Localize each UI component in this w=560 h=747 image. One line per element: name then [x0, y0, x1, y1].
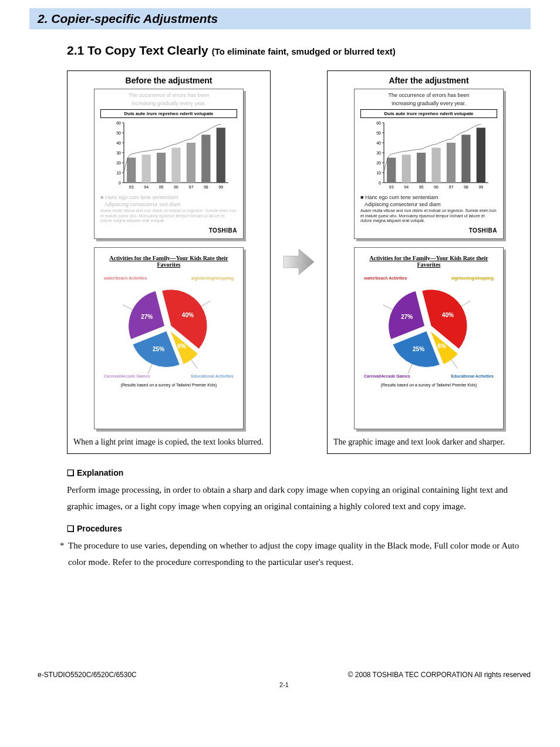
sample-legend1: ■ Hanc ego cum tene sententiam: [100, 194, 237, 200]
sample-legend1: ■ Hanc ego cum tene sententiam: [360, 194, 497, 200]
sample-box: Duis aute irure repreheo nderit volupate: [360, 109, 497, 118]
svg-rect-65: [461, 134, 470, 183]
svg-text:0: 0: [379, 181, 381, 185]
before-panel: Before the adjustment The occurrence of …: [67, 70, 271, 454]
svg-text:20: 20: [116, 161, 121, 165]
svg-rect-22: [171, 147, 180, 183]
svg-rect-59: [416, 153, 425, 183]
svg-text:10: 10: [116, 171, 121, 175]
svg-text:96: 96: [434, 185, 438, 189]
svg-text:10: 10: [376, 171, 381, 175]
svg-text:97: 97: [188, 185, 193, 189]
footer-model: e-STUDIO5520C/6520C/6530C: [38, 671, 137, 679]
page-footer: e-STUDIO5520C/6520C/6530C © 2008 TOSHIBA…: [0, 671, 560, 688]
procedures-note-text: The procedure to use varies, depending o…: [68, 538, 531, 571]
svg-text:30: 30: [376, 151, 381, 155]
arrow-icon: [281, 70, 316, 454]
pie-label-edu: Educational Activities: [451, 374, 494, 378]
svg-rect-67: [476, 127, 485, 183]
sample-intro-2: increasing gradually every year.: [100, 101, 237, 107]
before-sample-2: Activities for the Family—Your Kids Rate…: [94, 247, 244, 429]
svg-text:99: 99: [218, 185, 223, 189]
sample-brand: TOSHIBA: [360, 227, 497, 234]
sample-intro-1: The occurrence of errors has been: [100, 93, 237, 99]
sample-intro-2: increasing gradually every year.: [360, 101, 497, 107]
svg-rect-18: [141, 154, 150, 183]
pie-label-water: water/beach Activities: [104, 276, 147, 280]
pie-title: Activities for the Family—Your Kids Rate…: [100, 255, 237, 268]
svg-text:25%: 25%: [153, 346, 164, 352]
svg-line-74: [408, 364, 412, 374]
svg-text:40%: 40%: [182, 312, 194, 318]
section-title-main: 2.1 To Copy Text Clearly: [67, 43, 212, 57]
svg-text:95: 95: [419, 185, 423, 189]
pie-title: Activities for the Family—Your Kids Rate…: [360, 255, 497, 268]
bar-chart-after: 010203040506093949596979899: [367, 120, 491, 191]
pie-label-water: water/beach Activities: [364, 276, 407, 280]
pie-label-sight: sightseeing/shopping: [451, 276, 494, 280]
pie-label-carn: Carnival/Arcade Games: [104, 374, 150, 378]
svg-text:40%: 40%: [442, 312, 454, 318]
sample-para: Auam multa vitiose and non distriv et in…: [100, 208, 237, 224]
svg-rect-57: [402, 154, 410, 183]
chapter-title: 2. Copier-specific Adjustments: [38, 12, 525, 26]
svg-text:27%: 27%: [401, 314, 413, 320]
svg-text:25%: 25%: [413, 346, 424, 352]
pie-label-sight: sightseeing/shopping: [191, 276, 234, 280]
svg-rect-55: [387, 157, 396, 183]
svg-text:97: 97: [448, 185, 453, 189]
before-after-comparison: Before the adjustment The occurrence of …: [67, 70, 531, 454]
svg-text:8%: 8%: [177, 343, 186, 349]
after-caption: The graphic image and text look darker a…: [333, 438, 524, 447]
svg-text:94: 94: [404, 185, 409, 189]
svg-rect-28: [216, 127, 225, 183]
svg-rect-63: [446, 143, 455, 183]
svg-line-76: [383, 305, 392, 309]
pie-chart-after: 40%8%25%27%: [360, 274, 495, 379]
footer-copyright: © 2008 TOSHIBA TEC CORPORATION All right…: [348, 671, 531, 679]
bar-chart-before: 010203040506093949596979899: [107, 120, 231, 191]
after-label: After the adjustment: [333, 76, 524, 85]
chapter-header: 2. Copier-specific Adjustments: [29, 8, 531, 29]
svg-text:96: 96: [174, 185, 178, 189]
sample-para: Auam multa vitiose and non distriv et in…: [360, 208, 497, 224]
svg-text:30: 30: [116, 151, 121, 155]
svg-text:99: 99: [478, 185, 483, 189]
svg-text:93: 93: [389, 185, 393, 189]
after-sample-1: The occurrence of errors has been increa…: [354, 89, 504, 239]
pie-label-edu: Educational Activities: [191, 374, 234, 378]
section-title: 2.1 To Copy Text Clearly (To eliminate f…: [67, 43, 531, 58]
procedures-head: Procedures: [67, 524, 531, 533]
before-sample-1: The occurrence of errors has been increa…: [94, 89, 244, 239]
svg-text:40: 40: [116, 141, 121, 145]
svg-rect-20: [156, 153, 165, 183]
sample-box: Duis aute irure repreheo nderit volupate: [100, 109, 237, 118]
svg-rect-26: [201, 134, 210, 183]
svg-text:20: 20: [376, 161, 381, 165]
svg-text:60: 60: [376, 121, 381, 125]
svg-text:93: 93: [129, 185, 133, 189]
svg-line-31: [201, 301, 210, 307]
procedures-note: * The procedure to use varies, depending…: [60, 538, 531, 571]
svg-marker-38: [284, 249, 314, 275]
pie-foot: (Results based on a survey of Tailwind P…: [360, 383, 497, 387]
pie-chart-before: 40%8%25%27%: [100, 274, 235, 379]
sample-legend2: Adipiscing consecterur sed diam: [360, 201, 497, 207]
svg-text:60: 60: [116, 121, 121, 125]
explanation-head: Explanation: [67, 468, 531, 477]
before-label: Before the adjustment: [73, 76, 264, 85]
svg-rect-24: [186, 143, 195, 183]
after-sample-2: Activities for the Family—Your Kids Rate…: [354, 247, 504, 429]
svg-text:40: 40: [376, 141, 381, 145]
svg-rect-61: [431, 147, 440, 183]
pie-label-carn: Carnival/Arcade Games: [364, 374, 410, 378]
svg-text:27%: 27%: [141, 314, 153, 320]
sample-legend2: Adipiscing consecterur sed diam: [100, 201, 237, 207]
after-panel: After the adjustment The occurrence of e…: [327, 70, 531, 454]
svg-text:0: 0: [119, 181, 121, 185]
section-title-sub: (To eliminate faint, smudged or blurred …: [212, 46, 396, 56]
explanation-body: Perform image processing, in order to ob…: [67, 482, 531, 515]
svg-text:95: 95: [158, 185, 163, 189]
svg-line-35: [148, 364, 152, 374]
svg-line-33: [191, 360, 198, 369]
